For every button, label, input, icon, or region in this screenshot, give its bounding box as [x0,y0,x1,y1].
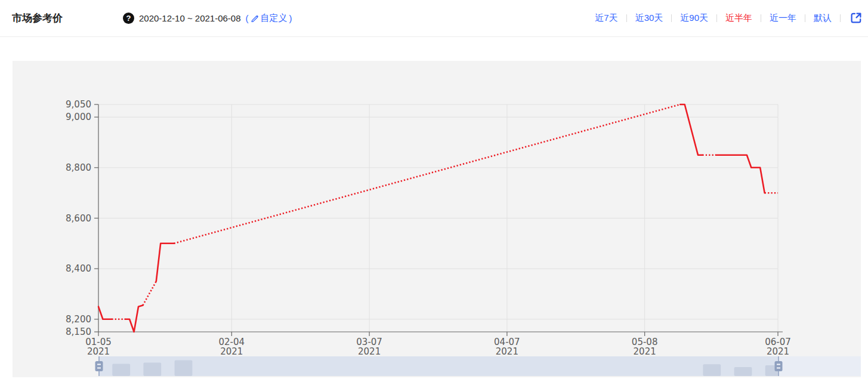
zoom-handle-right[interactable] [775,361,783,371]
svg-text:2021: 2021 [358,346,381,357]
zoom-preview-block [703,364,721,376]
price-series-segment [125,306,143,332]
market-price-widget: 市场参考价 ? 2020-12-10 ~ 2021-06-08 ( 自定义 ) … [0,0,868,382]
zoom-slider-track[interactable] [779,356,861,376]
price-chart: 8,1508,2008,4008,6008,8009,0009,05001-05… [0,0,868,382]
zoom-slider-selected[interactable] [99,356,779,376]
zoom-handle-left[interactable] [95,361,103,371]
zoom-preview-block [112,364,130,377]
svg-text:2021: 2021 [767,346,789,357]
zoom-preview-block [175,361,193,376]
price-series-segment [174,104,681,244]
zoom-preview-block [734,367,752,376]
svg-text:8,800: 8,800 [66,162,91,173]
svg-text:8,600: 8,600 [66,213,91,224]
zoom-preview-block [143,363,161,376]
price-series-segment [98,307,112,319]
svg-text:2021: 2021 [634,346,656,357]
svg-text:2021: 2021 [87,346,110,357]
svg-text:8,400: 8,400 [66,263,91,274]
svg-text:9,000: 9,000 [66,112,91,122]
svg-text:8,150: 8,150 [66,326,91,337]
svg-text:2021: 2021 [220,346,243,357]
price-series-segment [680,104,702,155]
price-series-segment [716,155,765,193]
svg-text:9,050: 9,050 [66,99,91,110]
svg-text:2021: 2021 [496,346,518,357]
price-series-segment [156,244,174,282]
price-series-segment [143,281,156,305]
svg-text:8,200: 8,200 [66,314,91,325]
